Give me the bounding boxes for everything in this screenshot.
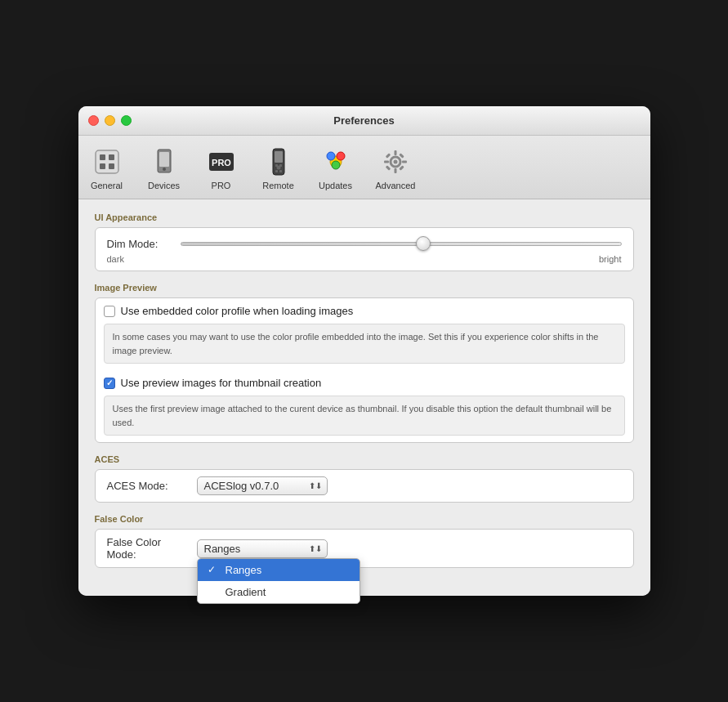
svg-rect-1 bbox=[100, 154, 105, 160]
updates-icon bbox=[319, 145, 352, 178]
svg-point-7 bbox=[163, 168, 166, 171]
tab-general[interactable]: General bbox=[78, 142, 136, 194]
ui-appearance-title: UI Appearance bbox=[95, 212, 634, 222]
tab-pro-label: PRO bbox=[212, 181, 231, 190]
window-controls bbox=[88, 115, 132, 126]
gradient-label: Gradient bbox=[226, 586, 266, 598]
preferences-window: Preferences General bbox=[78, 106, 650, 596]
svg-rect-4 bbox=[109, 163, 114, 169]
aces-title: ACES bbox=[95, 454, 634, 464]
tab-pro[interactable]: PRO PRO bbox=[193, 142, 250, 194]
tab-advanced[interactable]: Advanced bbox=[364, 142, 427, 194]
false-color-title: False Color bbox=[95, 514, 634, 524]
svg-rect-26 bbox=[402, 161, 407, 163]
ranges-label: Ranges bbox=[226, 564, 262, 576]
svg-point-20 bbox=[332, 161, 340, 169]
preview-thumbnail-checkbox[interactable] bbox=[104, 378, 115, 389]
maximize-button[interactable] bbox=[121, 115, 132, 126]
false-color-mode-label: False Color Mode: bbox=[107, 536, 189, 561]
aces-select-arrow: ⬆⬇ bbox=[309, 481, 322, 490]
content-area: UI Appearance Dim Mode: dark bright Imag… bbox=[78, 199, 650, 596]
tab-updates[interactable]: Updates bbox=[307, 142, 364, 194]
svg-rect-3 bbox=[100, 163, 105, 169]
false-color-mode-row: False Color Mode: Ranges ⬆⬇ ✓ Ranges bbox=[96, 530, 633, 567]
svg-rect-13 bbox=[275, 164, 278, 167]
advanced-icon bbox=[379, 145, 412, 178]
preview-thumbnail-label: Use preview images for thumbnail creatio… bbox=[121, 377, 322, 389]
tab-general-label: General bbox=[91, 181, 123, 190]
svg-text:PRO: PRO bbox=[212, 158, 231, 168]
minimize-button[interactable] bbox=[105, 115, 115, 126]
slider-labels: dark bright bbox=[96, 254, 633, 271]
svg-rect-16 bbox=[279, 170, 282, 172]
svg-rect-24 bbox=[394, 168, 396, 173]
false-color-select[interactable]: Ranges ⬆⬇ bbox=[197, 539, 328, 558]
svg-rect-23 bbox=[394, 150, 396, 155]
aces-mode-row: ACES Mode: ACESlog v0.7.0 ⬆⬇ bbox=[96, 470, 633, 502]
dim-mode-row: Dim Mode: bbox=[96, 228, 633, 254]
slider-bright-label: bright bbox=[599, 254, 622, 264]
tab-remote[interactable]: Remote bbox=[250, 142, 307, 194]
image-preview-box: Use embedded color profile when loading … bbox=[95, 297, 634, 443]
svg-point-18 bbox=[327, 152, 335, 160]
svg-rect-27 bbox=[386, 153, 391, 158]
svg-rect-0 bbox=[96, 150, 118, 173]
pro-icon: PRO bbox=[205, 145, 238, 178]
toolbar: General Devices PRO PRO bbox=[78, 136, 650, 199]
dim-mode-label: Dim Mode: bbox=[107, 238, 181, 250]
svg-rect-29 bbox=[386, 165, 391, 170]
embedded-color-checkbox[interactable] bbox=[104, 306, 115, 317]
svg-rect-25 bbox=[384, 161, 389, 163]
false-color-arrow: ⬆⬇ bbox=[309, 544, 322, 553]
aces-mode-select[interactable]: ACESlog v0.7.0 ⬆⬇ bbox=[197, 476, 328, 495]
false-color-current-value: Ranges bbox=[204, 543, 241, 555]
tab-remote-label: Remote bbox=[262, 181, 294, 190]
aces-box: ACES Mode: ACESlog v0.7.0 ⬆⬇ bbox=[95, 469, 634, 503]
aces-mode-label: ACES Mode: bbox=[107, 480, 189, 492]
tab-updates-label: Updates bbox=[319, 181, 352, 190]
ui-appearance-box: Dim Mode: dark bright bbox=[95, 227, 634, 271]
aces-mode-value: ACESlog v0.7.0 bbox=[204, 480, 279, 492]
close-button[interactable] bbox=[88, 115, 99, 126]
dropdown-item-ranges[interactable]: ✓ Ranges bbox=[198, 559, 360, 581]
preview-thumbnail-description: Uses the first preview image attached to… bbox=[104, 396, 625, 436]
false-color-box: False Color Mode: Ranges ⬆⬇ ✓ Ranges bbox=[95, 529, 634, 568]
image-preview-title: Image Preview bbox=[95, 283, 634, 293]
slider-background bbox=[181, 242, 622, 246]
ranges-checkmark: ✓ bbox=[208, 564, 219, 575]
slider-dark-label: dark bbox=[107, 254, 124, 264]
dim-mode-slider-container bbox=[181, 236, 622, 251]
svg-rect-6 bbox=[159, 152, 169, 167]
svg-rect-15 bbox=[275, 170, 278, 172]
embedded-color-label: Use embedded color profile when loading … bbox=[121, 305, 354, 317]
slider-track bbox=[181, 236, 622, 251]
tab-advanced-label: Advanced bbox=[376, 181, 416, 190]
svg-rect-2 bbox=[109, 154, 114, 160]
false-color-dropdown-menu: ✓ Ranges Gradient bbox=[197, 558, 360, 604]
checkbox1-row: Use embedded color profile when loading … bbox=[96, 298, 633, 324]
general-icon bbox=[91, 145, 123, 178]
svg-rect-14 bbox=[279, 164, 282, 167]
svg-point-22 bbox=[393, 160, 397, 164]
embedded-color-description: In some cases you may want to use the co… bbox=[104, 324, 625, 364]
tab-devices[interactable]: Devices bbox=[136, 142, 193, 194]
titlebar: Preferences bbox=[78, 106, 650, 136]
checkbox2-row: Use preview images for thumbnail creatio… bbox=[96, 370, 633, 396]
false-color-dropdown-container: Ranges ⬆⬇ ✓ Ranges Gradient bbox=[197, 539, 328, 558]
svg-point-19 bbox=[337, 152, 345, 160]
dropdown-item-gradient[interactable]: Gradient bbox=[198, 581, 360, 603]
tab-devices-label: Devices bbox=[148, 181, 180, 190]
window-title: Preferences bbox=[333, 114, 394, 127]
dim-mode-slider-thumb[interactable] bbox=[416, 236, 431, 251]
devices-icon bbox=[148, 145, 181, 178]
svg-rect-11 bbox=[275, 151, 283, 163]
remote-icon bbox=[262, 145, 295, 178]
